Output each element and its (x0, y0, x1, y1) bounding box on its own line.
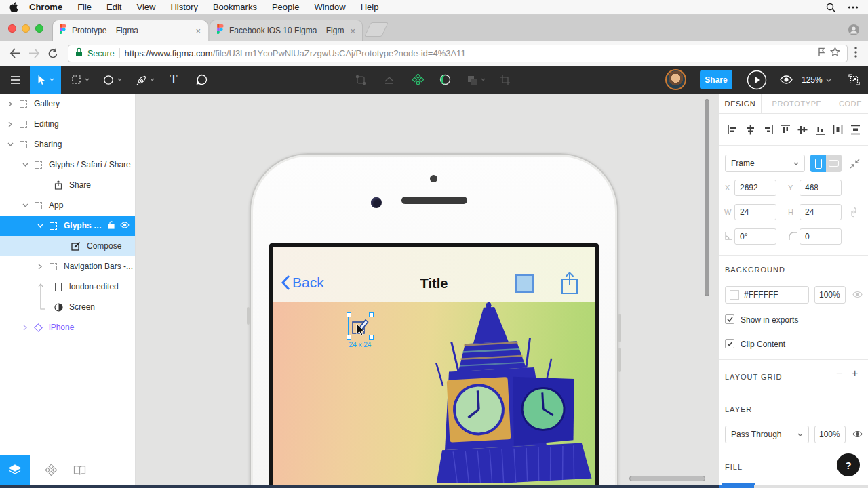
w-input[interactable] (734, 204, 776, 220)
library-book-icon[interactable] (65, 465, 94, 475)
components-tab-icon[interactable] (37, 464, 65, 476)
align-vertical-center-icon[interactable] (797, 124, 808, 136)
crop-icon[interactable] (495, 66, 515, 94)
portrait-toggle[interactable] (810, 155, 826, 172)
distribute-horizontal-icon[interactable] (832, 124, 844, 136)
tab-close-icon[interactable]: × (195, 26, 201, 36)
main-menu-icon[interactable] (3, 66, 28, 94)
search-icon[interactable] (826, 3, 835, 12)
chevron-right-icon[interactable] (5, 101, 15, 107)
x-input[interactable] (734, 180, 776, 196)
layer-row-navigation-bars[interactable]: Navigation Bars -... (0, 256, 135, 277)
reload-icon[interactable] (43, 48, 62, 59)
tab-code[interactable]: CODE (832, 94, 868, 114)
share-button[interactable]: Share (700, 70, 732, 89)
menu-help[interactable]: Help (361, 2, 379, 12)
landscape-toggle[interactable] (826, 155, 842, 172)
collapse-icon[interactable] (850, 159, 860, 169)
menu-window[interactable]: Window (314, 2, 345, 12)
layer-row-screen[interactable]: Screen (0, 297, 135, 317)
layout-grid-remove-button[interactable]: − (836, 367, 842, 380)
background-opacity-input[interactable]: 100% (814, 286, 846, 304)
link-constrain-icon[interactable] (849, 207, 859, 218)
align-bottom-icon[interactable] (814, 124, 826, 136)
chevron-down-icon[interactable] (20, 203, 30, 207)
zoom-level[interactable]: 125% (802, 75, 831, 85)
present-button[interactable] (745, 66, 769, 94)
overflow-menu-icon[interactable] (854, 47, 857, 60)
nav-square-placeholder[interactable] (515, 274, 534, 293)
align-right-icon[interactable] (762, 124, 774, 136)
avatar[interactable] (665, 69, 686, 90)
notification-center-icon[interactable] (848, 5, 859, 9)
align-left-icon[interactable] (727, 124, 738, 136)
boolean-groups-icon[interactable] (464, 66, 488, 94)
layer-row-glyphs-safari-share[interactable]: Glyphs / Safari / Share (0, 155, 135, 175)
blend-mode-dropdown[interactable]: Pass Through (725, 426, 809, 443)
unlock-icon[interactable] (108, 221, 115, 231)
layer-row-editing[interactable]: Editing (0, 114, 135, 134)
menu-file[interactable]: File (77, 2, 92, 12)
ios-share-icon[interactable] (560, 271, 579, 296)
menu-view[interactable]: View (136, 2, 155, 12)
new-tab-button[interactable] (364, 22, 389, 37)
align-horizontal-center-icon[interactable] (745, 124, 756, 136)
layer-row-app[interactable]: App (0, 195, 135, 216)
zoom-to-fit-icon[interactable] (844, 66, 864, 94)
close-window-button[interactable] (8, 24, 16, 33)
background-color-row[interactable]: #FFFFFF (725, 286, 809, 304)
layer-opacity-input[interactable]: 100% (814, 426, 846, 443)
chevron-right-icon[interactable] (5, 121, 15, 127)
tab-prototype[interactable]: Prototype – Figma × (53, 20, 208, 41)
forward-icon[interactable] (24, 48, 43, 58)
chevron-down-icon[interactable] (35, 224, 45, 228)
menu-history[interactable]: History (170, 2, 197, 12)
flag-icon[interactable] (818, 47, 825, 60)
layer-row-compose[interactable]: Compose (0, 236, 135, 256)
layer-row-share[interactable]: Share (0, 175, 135, 195)
move-tool[interactable] (30, 66, 61, 94)
canvas[interactable]: Back Title (136, 94, 719, 488)
back-icon[interactable] (5, 48, 24, 58)
tab-design[interactable]: DESIGN (719, 94, 762, 114)
observation-eye-icon[interactable] (776, 66, 796, 94)
create-component-icon[interactable] (408, 66, 427, 94)
text-tool[interactable]: T (161, 66, 186, 94)
h-input[interactable] (800, 204, 842, 220)
selection-handle[interactable] (347, 335, 351, 340)
selection-handle[interactable] (369, 335, 374, 340)
menu-bookmarks[interactable]: Bookmarks (213, 2, 257, 12)
tab-prototype[interactable]: PROTOTYPE (762, 94, 832, 114)
color-swatch[interactable] (730, 290, 739, 300)
align-top-icon[interactable] (780, 124, 791, 136)
phone-screen-frame[interactable]: Back Title (269, 243, 599, 488)
tab-facebook-ios[interactable]: Facebook iOS 10 Figma – Figm × (210, 20, 362, 41)
bookmark-star-icon[interactable] (830, 47, 840, 60)
help-button[interactable]: ? (837, 453, 860, 476)
mask-icon[interactable] (435, 66, 454, 94)
corner-radius-input[interactable] (800, 228, 842, 245)
chevron-down-icon[interactable] (20, 163, 30, 167)
canvas-vertical-scrollbar[interactable] (705, 99, 709, 296)
layer-row-london-edited[interactable]: london-edited (0, 277, 135, 297)
selection-handle[interactable] (347, 312, 351, 317)
profile-icon[interactable] (848, 24, 860, 39)
edit-object-icon[interactable] (351, 66, 370, 94)
eye-icon[interactable] (852, 430, 863, 438)
comment-tool[interactable] (189, 66, 214, 94)
url-field[interactable]: Secure https://www.figma.com/file/U3Lm1Y… (68, 45, 848, 62)
rotation-input[interactable] (734, 228, 776, 245)
minimize-window-button[interactable] (22, 24, 30, 33)
menu-people[interactable]: People (272, 2, 299, 12)
frame-tool[interactable] (65, 66, 95, 94)
zoom-window-button[interactable] (35, 24, 43, 33)
chevron-down-icon[interactable] (5, 142, 15, 146)
tab-close-icon[interactable]: × (350, 26, 355, 36)
menu-edit[interactable]: Edit (106, 2, 121, 12)
chevron-right-icon[interactable] (35, 264, 45, 270)
layers-tab-button[interactable] (0, 455, 30, 485)
selection-handle[interactable] (369, 312, 374, 317)
canvas-horizontal-scrollbar[interactable] (629, 476, 705, 481)
frame-preset-dropdown[interactable]: Frame (725, 155, 805, 172)
layer-row-sharing[interactable]: Sharing (0, 134, 135, 155)
